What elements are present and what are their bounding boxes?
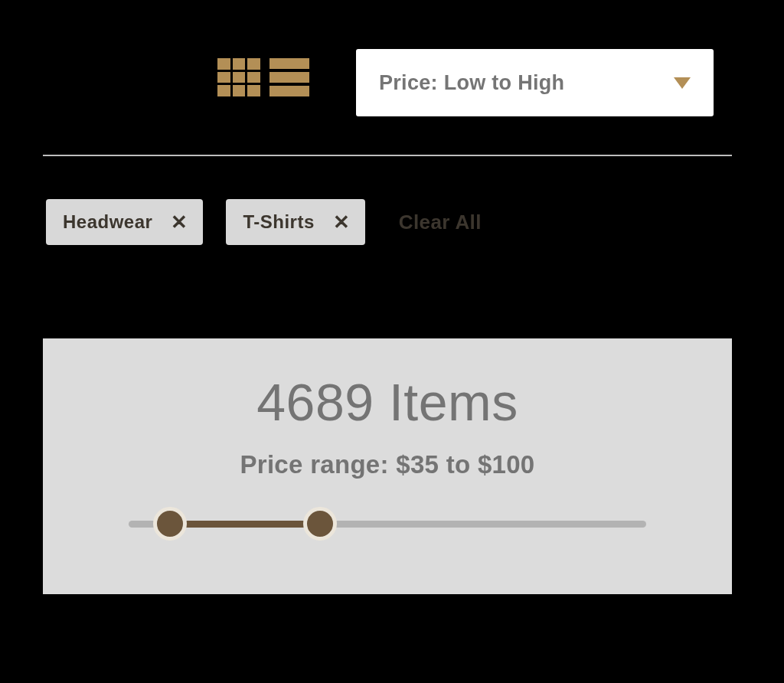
close-icon[interactable]: ✕ (171, 212, 188, 232)
slider-track-active (170, 521, 320, 528)
item-count: 4689 Items (43, 372, 732, 432)
active-filters: Headwear ✕ T-Shirts ✕ Clear All (46, 199, 482, 245)
slider-handle-max[interactable] (303, 507, 337, 541)
filter-chip-label: Headwear (63, 211, 152, 233)
close-icon[interactable]: ✕ (333, 212, 350, 232)
clear-all-button[interactable]: Clear All (399, 211, 482, 234)
sort-dropdown[interactable]: Price: Low to High (356, 49, 714, 116)
price-range-slider[interactable] (129, 507, 646, 541)
sort-dropdown-label: Price: Low to High (379, 71, 564, 95)
filter-chip[interactable]: Headwear ✕ (46, 199, 203, 245)
chevron-down-icon (674, 77, 691, 89)
view-sort-toolbar: Price: Low to High (0, 49, 784, 116)
list-view-icon[interactable] (270, 58, 309, 96)
toolbar-divider (43, 155, 732, 156)
filter-chip-label: T-Shirts (243, 211, 314, 233)
slider-handle-min[interactable] (153, 507, 187, 541)
grid-view-icon[interactable] (217, 58, 260, 96)
price-range-label: Price range: $35 to $100 (43, 450, 732, 479)
filter-chip[interactable]: T-Shirts ✕ (226, 199, 364, 245)
results-summary-panel: 4689 Items Price range: $35 to $100 (43, 338, 732, 594)
